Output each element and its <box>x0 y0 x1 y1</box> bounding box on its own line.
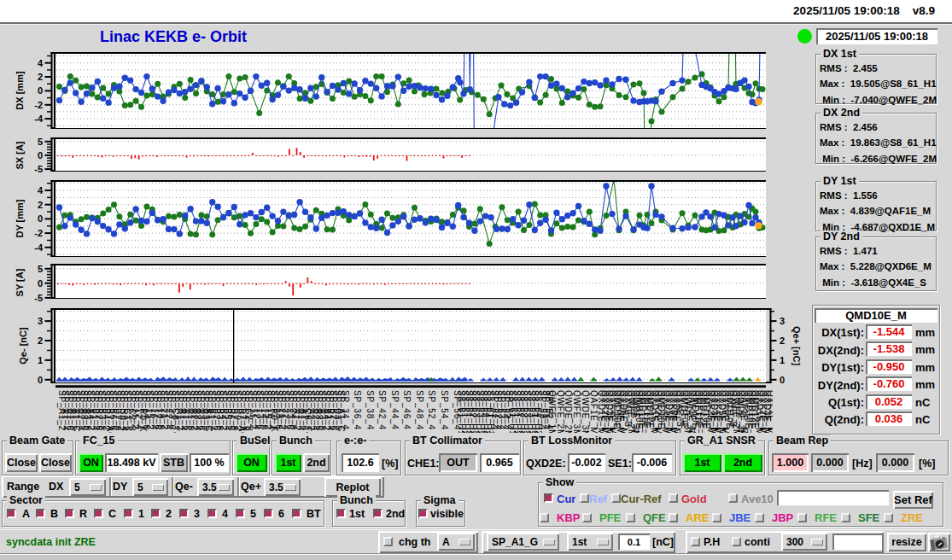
svg-text:QWDE_3M: QWDE_3M <box>581 390 590 438</box>
svg-text:DX [mm]: DX [mm] <box>15 71 25 110</box>
svg-text:SP_52_4: SP_52_4 <box>427 390 436 430</box>
svg-text:5: 5 <box>38 137 43 147</box>
svg-text:SP_42_4: SP_42_4 <box>377 390 387 430</box>
svg-text:0: 0 <box>38 375 43 385</box>
svg-text:Qe+ [nC]: Qe+ [nC] <box>791 326 802 365</box>
svg-text:-5: -5 <box>34 293 43 303</box>
svg-text:SP_46_4: SP_46_4 <box>402 390 412 430</box>
svg-text:SX [A]: SX [A] <box>15 141 25 169</box>
svg-text:-2: -2 <box>34 228 43 238</box>
svg-text:0: 0 <box>38 278 43 289</box>
svg-text:QAF1E_M: QAF1E_M <box>589 390 599 435</box>
svg-text:1: 1 <box>38 355 43 365</box>
svg-text:4: 4 <box>38 58 44 68</box>
svg-text:2: 2 <box>780 335 785 346</box>
svg-text:-4: -4 <box>34 242 44 253</box>
svg-text:-5: -5 <box>34 164 43 174</box>
svg-text:1: 1 <box>780 355 785 365</box>
svg-text:0: 0 <box>780 375 785 385</box>
svg-text:4: 4 <box>38 185 44 195</box>
svg-text:QWFE_2M: QWFE_2M <box>556 390 565 437</box>
svg-text:QWFE_1M: QWFE_1M <box>547 390 557 437</box>
svg-text:2: 2 <box>38 200 43 210</box>
svg-text:-4: -4 <box>34 114 44 124</box>
svg-text:3: 3 <box>38 316 43 326</box>
svg-text:-2: -2 <box>34 100 43 110</box>
svg-text:SP_48_4: SP_48_4 <box>415 390 424 430</box>
svg-text:0: 0 <box>38 213 43 224</box>
svg-text:SP_44_4: SP_44_4 <box>390 390 400 430</box>
svg-text:0: 0 <box>38 150 43 160</box>
svg-text:0: 0 <box>38 85 43 96</box>
svg-text:QXF4E_M: QXF4E_M <box>766 390 775 435</box>
svg-text:QWDE_2M: QWDE_2M <box>564 390 573 438</box>
svg-text:SY [A]: SY [A] <box>15 268 25 296</box>
svg-text:5: 5 <box>38 264 43 274</box>
svg-text:Qe- [nC]: Qe- [nC] <box>18 327 28 365</box>
svg-text:SP_36_4: SP_36_4 <box>353 390 362 430</box>
svg-text:DY [mm]: DY [mm] <box>15 199 25 237</box>
svg-text:SP_54_4: SP_54_4 <box>440 390 449 430</box>
svg-text:2: 2 <box>38 335 43 346</box>
svg-text:SP_38_4: SP_38_4 <box>365 390 375 430</box>
svg-text:SP_34_4: SP_34_4 <box>341 390 350 430</box>
svg-text:QWFE_3M: QWFE_3M <box>572 390 581 437</box>
svg-text:2: 2 <box>38 72 43 82</box>
svg-text:3: 3 <box>780 316 785 326</box>
